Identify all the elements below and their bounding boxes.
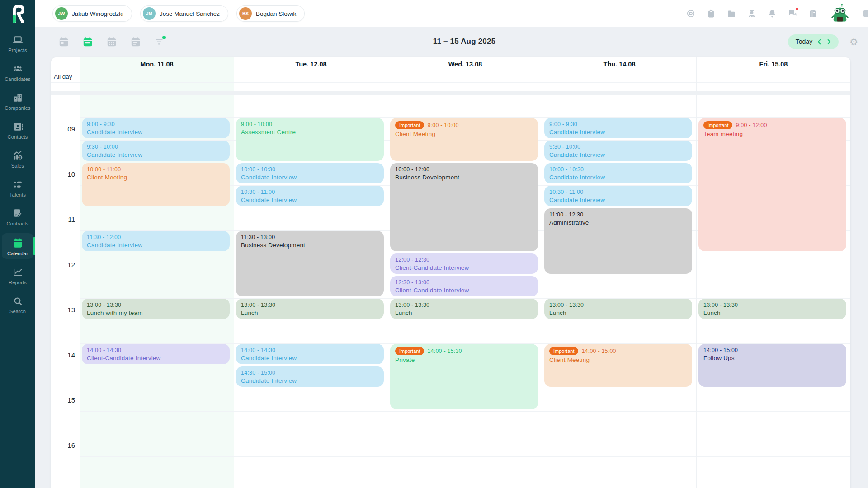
bell-icon[interactable] — [767, 8, 778, 19]
calendar-event[interactable]: 14:00 - 14:30Candidate Interview — [236, 344, 384, 364]
calendar-event[interactable]: 13:00 - 13:30Lunch with my team — [82, 299, 230, 319]
chip-name: Jakub Winogrodzki — [72, 10, 123, 17]
clipboard-icon[interactable] — [706, 8, 717, 19]
calendar-card: Mon. 11.08Tue. 12.08Wed. 13.08Thu. 14.08… — [51, 57, 850, 488]
calendar-event[interactable]: 9:30 - 10:00Candidate Interview — [544, 141, 692, 161]
hour-label: 11 — [57, 208, 75, 230]
calendar-event[interactable]: 10:00 - 10:30Candidate Interview — [544, 163, 692, 183]
day-view-icon[interactable] — [58, 36, 70, 47]
calendar-event[interactable]: 11:30 - 12:00Candidate Interview — [82, 231, 230, 251]
folder-icon[interactable] — [726, 8, 737, 19]
day-header: Tue. 12.08 — [234, 57, 388, 71]
sidebar-item-sales[interactable]: $ Sales — [2, 146, 33, 171]
search-icon — [12, 296, 24, 307]
sidebar-item-contracts[interactable]: Contracts — [2, 204, 33, 229]
sidebar-item-candidates[interactable]: Candidates — [2, 60, 33, 84]
mailbox-icon[interactable] — [807, 8, 818, 19]
calendar-event[interactable]: 11:00 - 12:30Administrative — [544, 208, 692, 274]
event-time: 13:00 - 13:30 — [703, 302, 738, 308]
hour-label: 09 — [57, 117, 75, 140]
event-time: 9:30 - 10:00 — [87, 144, 118, 150]
calendar-event[interactable]: 9:00 - 10:00Assessment Centre — [236, 118, 384, 161]
sidebar-item-reports[interactable]: Reports — [2, 263, 33, 288]
assistant-robot-avatar[interactable] — [830, 4, 849, 23]
event-title: Assessment Centre — [241, 129, 379, 136]
calendar-event[interactable]: 10:30 - 11:00Candidate Interview — [544, 186, 692, 206]
important-badge: Important — [395, 347, 424, 355]
agent-icon[interactable] — [746, 8, 757, 19]
event-time: 14:00 - 15:30 — [427, 348, 462, 354]
view-switcher — [58, 36, 165, 47]
important-badge: Important — [395, 121, 424, 129]
important-badge: Important — [549, 347, 578, 355]
calendar-event[interactable]: 11:30 - 13:00Business Development — [236, 231, 384, 296]
calendar-event[interactable]: 14:00 - 15:00Follow Ups — [698, 344, 846, 387]
prev-week-icon[interactable] — [816, 38, 823, 45]
all-day-cell — [234, 71, 388, 91]
talent-list-icon — [12, 179, 24, 190]
sidebar-item-contacts[interactable]: Contacts — [2, 117, 33, 142]
sidebar-item-projects[interactable]: Projects — [2, 31, 33, 56]
app-logo[interactable] — [0, 0, 35, 27]
user-chip-jose[interactable]: JM Jose Manuel Sanchez — [140, 5, 228, 22]
event-title: Lunch with my team — [87, 310, 225, 316]
event-title: Candidate Interview — [87, 151, 225, 158]
time-grid: 091011121314151617 9:00 - 9:30Candidate … — [51, 95, 850, 488]
sidebar-item-search[interactable]: Search — [2, 292, 33, 317]
event-title: Client Meeting — [87, 174, 225, 181]
month-view-icon[interactable] — [106, 36, 118, 47]
calendar-event[interactable]: 14:30 - 15:00Candidate Interview — [236, 366, 384, 387]
filters-icon[interactable] — [154, 36, 165, 47]
calendar-event[interactable]: Important9:00 - 12:00Team meeting — [698, 118, 846, 251]
calendar-event[interactable]: 13:00 - 13:30Lunch — [390, 299, 538, 319]
avatar: JW — [55, 7, 68, 20]
settings-gear-icon[interactable]: ⚙ — [849, 37, 858, 47]
event-time: 10:30 - 11:00 — [549, 189, 583, 195]
sidebar-item-calendar[interactable]: Calendar — [2, 233, 33, 259]
calendar-event[interactable]: 14:00 - 14:30Client-Candidate Interview — [82, 344, 230, 364]
event-time: 14:00 - 15:00 — [703, 347, 738, 353]
sidebar-item-label: Calendar — [7, 251, 28, 256]
user-filter-chips: JW Jakub Winogrodzki JM Jose Manuel Sanc… — [52, 5, 305, 22]
calendar-event[interactable]: 13:00 - 13:30Lunch — [544, 299, 692, 319]
all-day-row: All day — [51, 71, 850, 91]
user-chip-jakub[interactable]: JW Jakub Winogrodzki — [52, 5, 132, 22]
today-button[interactable]: Today — [788, 34, 839, 49]
svg-text:$: $ — [19, 155, 21, 160]
calendar-event[interactable]: 9:30 - 10:00Candidate Interview — [82, 141, 230, 161]
target-icon[interactable] — [685, 8, 696, 19]
calendar-event[interactable]: 10:30 - 11:00Candidate Interview — [236, 186, 384, 206]
contact-card-icon — [12, 121, 24, 132]
calendar-event[interactable]: Important9:00 - 10:00Client Meeting — [390, 118, 538, 161]
reports-icon — [12, 267, 24, 278]
calendar-event[interactable]: 10:00 - 12:00Business Development — [390, 163, 538, 251]
sidebar-item-companies[interactable]: Companies — [2, 89, 33, 113]
calendar-event[interactable]: 9:00 - 9:30Candidate Interview — [544, 118, 692, 138]
hour-label: 12 — [57, 253, 75, 276]
calendar-event[interactable]: 10:00 - 10:30Candidate Interview — [236, 163, 384, 183]
sidebar-item-label: Sales — [11, 163, 24, 169]
calendar-event[interactable]: Important14:00 - 15:30Private — [390, 344, 538, 409]
event-time: 13:00 - 13:30 — [87, 302, 121, 308]
event-time: 10:00 - 10:30 — [549, 166, 584, 173]
active-indicator — [33, 237, 35, 255]
user-chip-bogdan[interactable]: BS Bogdan Slowik — [236, 5, 305, 22]
event-time: 9:00 - 12:00 — [736, 122, 767, 128]
calendar-event[interactable]: 9:00 - 9:30Candidate Interview — [82, 118, 230, 138]
sidebar-item-talents[interactable]: Talents — [2, 175, 33, 200]
panel-icon[interactable] — [863, 8, 868, 19]
agenda-view-icon[interactable] — [130, 36, 142, 47]
calendar-event[interactable]: 13:00 - 13:30Lunch — [236, 299, 384, 319]
next-week-icon[interactable] — [826, 38, 833, 45]
calendar-event[interactable]: 12:00 - 12:30Client-Candidate Interview — [390, 253, 538, 274]
calendar-event[interactable]: 12:30 - 13:00Client-Candidate Interview — [390, 276, 538, 296]
calendar-event[interactable]: 13:00 - 13:30Lunch — [698, 299, 846, 319]
important-badge: Important — [703, 121, 732, 129]
messages-icon[interactable] — [787, 8, 798, 19]
day-header-row: Mon. 11.08Tue. 12.08Wed. 13.08Thu. 14.08… — [51, 57, 850, 71]
calendar-event[interactable]: 10:00 - 11:00Client Meeting — [82, 163, 230, 206]
week-view-icon[interactable] — [82, 36, 94, 47]
event-title: Lunch — [395, 310, 533, 316]
calendar-event[interactable]: Important14:00 - 15:00Client Meeting — [544, 344, 692, 387]
topbar-icons — [685, 4, 868, 23]
